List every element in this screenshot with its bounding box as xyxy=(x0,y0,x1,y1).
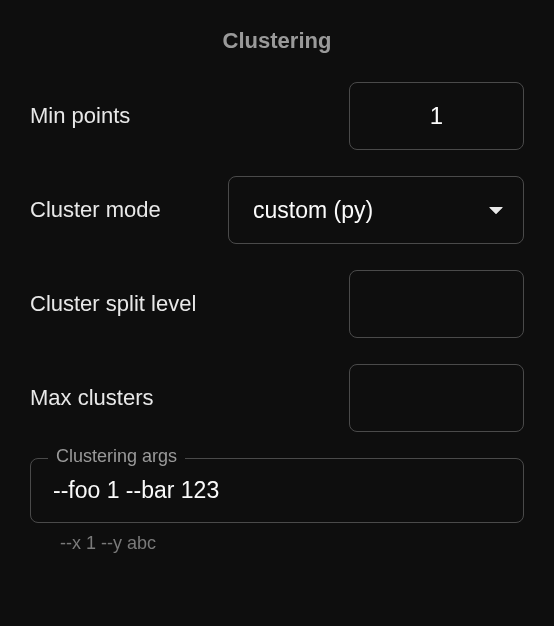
clustering-args-field: Clustering args xyxy=(30,458,524,523)
chevron-down-icon xyxy=(489,201,503,219)
cluster-mode-row: Cluster mode custom (py) xyxy=(30,176,524,244)
min-points-input[interactable] xyxy=(349,82,524,150)
clustering-section: Clustering Min points Cluster mode custo… xyxy=(30,28,524,554)
max-clusters-row: Max clusters xyxy=(30,364,524,432)
section-title: Clustering xyxy=(30,28,524,54)
clustering-args-helper: --x 1 --y abc xyxy=(60,533,524,554)
cluster-split-level-label: Cluster split level xyxy=(30,291,196,317)
clustering-args-legend: Clustering args xyxy=(48,446,185,467)
max-clusters-input[interactable] xyxy=(349,364,524,432)
clustering-args-box xyxy=(30,458,524,523)
min-points-label: Min points xyxy=(30,103,130,129)
max-clusters-label: Max clusters xyxy=(30,385,153,411)
cluster-split-level-row: Cluster split level xyxy=(30,270,524,338)
cluster-split-level-input[interactable] xyxy=(349,270,524,338)
min-points-row: Min points xyxy=(30,82,524,150)
cluster-mode-select[interactable]: custom (py) xyxy=(228,176,524,244)
clustering-args-input[interactable] xyxy=(53,477,501,504)
cluster-mode-label: Cluster mode xyxy=(30,197,161,223)
cluster-mode-value: custom (py) xyxy=(253,197,373,224)
